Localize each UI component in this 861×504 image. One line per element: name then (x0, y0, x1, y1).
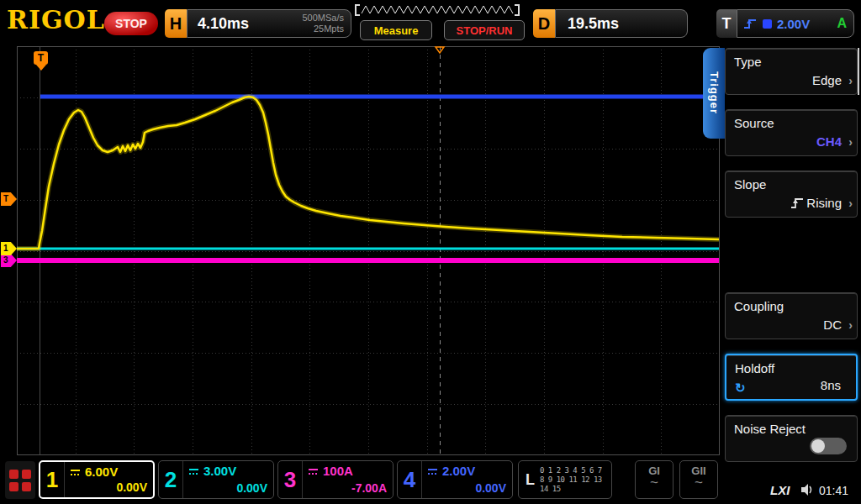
channel3-offset: -7.00A (308, 481, 387, 495)
oscilloscope-screen: RIGOL STOP H 4.10ms 500MSa/s 25Mpts Meas… (0, 0, 861, 504)
logic-analyzer-status-box[interactable]: L 0 1 2 3 4 5 6 7 8 9 10 11 12 13 14 15 (518, 460, 612, 499)
trigger-level-value: 2.00V (777, 17, 832, 31)
channel1-scale: 6.00V (85, 465, 118, 479)
graticule (17, 46, 720, 455)
delay-chip[interactable]: D (533, 9, 555, 38)
menu-value: Rising (806, 196, 842, 210)
red-square-icon (9, 470, 18, 479)
channel1-offset: 0.00V (70, 480, 147, 494)
speaker-icon[interactable] (800, 483, 816, 496)
red-square-icon (22, 470, 31, 479)
trigger-position-flag[interactable]: T (34, 51, 48, 65)
sine-wave-icon: ~ (680, 477, 717, 489)
dc-coupling-icon (188, 467, 199, 475)
generator2-box[interactable]: GII ~ (679, 460, 718, 499)
graticule-border (18, 47, 720, 455)
trigger-level-marker[interactable]: T (1, 192, 17, 206)
channel1-number: 1 (40, 462, 65, 497)
menu-label: Coupling (734, 299, 784, 313)
channel2-status-box[interactable]: 2 3.00V 0.00V (158, 460, 274, 499)
right-bracket-icon (515, 5, 519, 15)
lxi-indicator: LXI (770, 483, 790, 497)
channel3-scale: 100A (323, 464, 353, 478)
menu-label: Holdoff (735, 361, 774, 375)
dc-coupling-icon (427, 467, 438, 475)
clock: 01:41 (819, 484, 848, 497)
sine-wave-icon: ~ (636, 477, 673, 489)
menu-item-coupling[interactable]: Coupling DC › (725, 292, 858, 339)
trigger-source-color-chip (763, 19, 772, 29)
logic-analyzer-label: L (519, 471, 540, 489)
run-state-badge[interactable]: STOP (104, 12, 158, 35)
channel4-status-box[interactable]: 4 2.00V 0.00V (397, 460, 513, 499)
acquisition-info: 500MSa/s 25Mpts (302, 13, 351, 34)
channel1-status-box[interactable]: 1 6.00V 0.00V (39, 460, 155, 499)
chevron-right-icon: › (848, 197, 853, 210)
red-square-icon (9, 482, 18, 491)
menu-item-slope[interactable]: Slope Rising › (725, 171, 858, 218)
stop-run-button[interactable]: STOP/RUN (444, 20, 525, 40)
dc-coupling-icon (308, 467, 319, 475)
digital-channel-list: 0 1 2 3 4 5 6 7 8 9 10 11 12 13 14 15 (540, 466, 611, 494)
digital-row1: 0 1 2 3 4 5 6 7 (540, 466, 602, 475)
trigger-status-box[interactable]: 2.00V A (737, 9, 854, 38)
left-bracket-icon (356, 5, 360, 15)
sample-rate: 500MSa/s (302, 13, 344, 23)
auto-mode-indicator: A (837, 16, 848, 31)
noise-reject-toggle[interactable] (810, 438, 847, 454)
delay-marker-icon[interactable] (434, 46, 446, 55)
toggle-knob (811, 439, 825, 453)
channel3-status-box[interactable]: 3 100A -7.00A (277, 460, 394, 499)
rigol-menu-button[interactable] (5, 461, 35, 499)
ch3-offset-marker[interactable]: 3 (1, 254, 17, 267)
menu-label: Source (734, 116, 774, 130)
menu-label: Slope (734, 177, 766, 192)
dial-icon: ↻ (735, 381, 746, 396)
chevron-right-icon: › (848, 74, 853, 87)
edge-trigger-icon (742, 16, 758, 31)
menu-value: CH4 (816, 134, 842, 149)
dc-coupling-icon (70, 468, 81, 476)
menu-item-source[interactable]: Source CH4 › (725, 109, 858, 156)
channel4-offset: 0.00V (427, 481, 506, 495)
rising-slope-icon (790, 197, 805, 210)
channel3-number: 3 (278, 461, 303, 498)
rigol-logo: RIGOL (7, 5, 105, 34)
menu-value: Edge (812, 73, 842, 87)
channel2-offset: 0.00V (188, 481, 267, 495)
timebase-box[interactable]: 4.10ms 500MSa/s 25Mpts (187, 9, 351, 38)
menu-label: Type (734, 55, 762, 69)
red-square-icon (22, 482, 31, 491)
ch1-trace (17, 97, 719, 249)
memory-position-bar[interactable] (353, 3, 521, 18)
horizontal-chip[interactable]: H (165, 9, 187, 38)
trigger-chip[interactable]: T (716, 9, 737, 38)
digital-row2: 8 9 10 11 12 13 14 15 (540, 475, 602, 493)
channel4-scale: 2.00V (442, 464, 475, 478)
measure-menu-button[interactable]: Measure (360, 20, 432, 40)
delay-value: 19.5ms (556, 15, 619, 33)
channel4-number: 4 (398, 461, 422, 498)
menu-item-type[interactable]: Type Edge › (725, 48, 858, 95)
channel2-scale: 3.00V (203, 464, 236, 478)
timebase-value: 4.10ms (188, 15, 302, 33)
chevron-right-icon: › (848, 318, 853, 332)
menu-item-holdoff[interactable]: Holdoff ↻ 8ns (725, 354, 858, 401)
menu-value: DC (823, 318, 842, 332)
trigger-menu-tab[interactable]: Trigger (703, 48, 725, 139)
memory-waveform-icon (362, 6, 513, 13)
ch1-offset-marker[interactable]: 1 (1, 242, 17, 255)
delay-box[interactable]: 19.5ms (555, 9, 688, 38)
waveform-display (17, 46, 720, 455)
channel2-number: 2 (159, 461, 183, 498)
generator1-box[interactable]: GI ~ (635, 460, 673, 499)
menu-value: 8ns (821, 378, 841, 392)
ch1-trace-glow (17, 97, 719, 249)
menu-scrollbar[interactable] (858, 48, 859, 95)
chevron-right-icon: › (848, 135, 853, 149)
trigger-position-flag-tip (36, 65, 46, 71)
memory-depth: 25Mpts (314, 24, 344, 34)
menu-label: Noise Reject (734, 422, 806, 436)
menu-item-noise-reject[interactable]: Noise Reject (725, 415, 858, 462)
